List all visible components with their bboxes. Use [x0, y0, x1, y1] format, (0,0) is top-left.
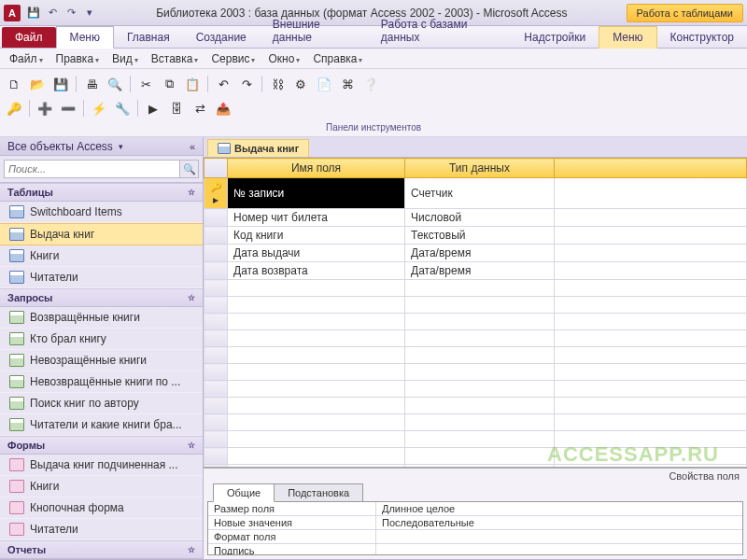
field-row-empty[interactable] [204, 314, 747, 330]
form-icon [9, 501, 24, 514]
props-tab-general[interactable]: Общие [213, 483, 275, 502]
field-row[interactable]: 🔑▸№ записиСчетчик [204, 178, 747, 209]
relations-icon[interactable]: ⛓ [267, 74, 288, 94]
cut-icon[interactable]: ✂ [135, 74, 156, 94]
db-icon[interactable]: 🗄 [166, 98, 187, 119]
nav-item[interactable]: Читатели [0, 267, 203, 288]
field-row[interactable]: Код книгиТекстовый [204, 227, 747, 245]
property-row[interactable]: Размер поляДлинное целое [208, 502, 742, 516]
field-row-empty[interactable] [204, 414, 747, 431]
menu-edit[interactable]: Правка▾ [50, 50, 106, 67]
menu-file[interactable]: Файл▾ [4, 50, 49, 67]
tab-dbtools[interactable]: Работа с базами данных [368, 14, 511, 48]
nav-group-header[interactable]: Отчеты☆ [0, 540, 203, 559]
property-row[interactable]: Новые значенияПоследовательные [208, 516, 742, 530]
field-row-empty[interactable] [204, 381, 747, 398]
undo-icon[interactable]: ↶ [213, 74, 233, 94]
nav-item[interactable]: Switchboard Items [0, 202, 203, 223]
nav-item[interactable]: Читатели [0, 519, 203, 540]
query-icon [9, 397, 24, 410]
nav-item[interactable]: Книги [0, 476, 203, 497]
field-row-empty[interactable] [204, 448, 747, 465]
nav-item[interactable]: Возвращённые книги [0, 307, 203, 329]
field-row-empty[interactable] [204, 364, 747, 381]
tab-ctx-menu[interactable]: Меню [599, 26, 656, 49]
nav-group-header[interactable]: Таблицы☆ [0, 183, 203, 202]
property-row[interactable]: Формат поля [208, 530, 742, 544]
analyze-icon[interactable]: ⚙ [290, 74, 311, 94]
print-icon[interactable]: 🖶 [81, 74, 102, 94]
row-insert-icon[interactable]: ➕ [35, 98, 55, 119]
undo-icon[interactable]: ↶ [45, 6, 60, 21]
field-properties: Свойства поля Общие Подстановка Размер п… [204, 468, 747, 559]
menu-help[interactable]: Справка▾ [307, 50, 368, 67]
nav-item[interactable]: Выдача книг подчиненная ... [0, 455, 203, 476]
chevron-down-icon[interactable]: ▾ [119, 142, 123, 151]
field-row-empty[interactable] [204, 398, 747, 414]
tab-file[interactable]: Файл [2, 27, 56, 48]
nav-item[interactable]: Читатели и какие книги бра... [0, 414, 203, 436]
nav-group-header[interactable]: Формы☆ [0, 436, 203, 455]
builder-icon[interactable]: 🔧 [112, 98, 133, 119]
tab-menu[interactable]: Меню [56, 26, 114, 49]
field-row-empty[interactable] [204, 330, 747, 347]
props-tab-lookup[interactable]: Подстановка [274, 483, 363, 502]
nav-item[interactable]: Кто брал книгу [0, 329, 203, 350]
code-icon[interactable]: ⌘ [337, 74, 358, 94]
menu-insert[interactable]: Вставка▾ [146, 50, 204, 67]
props-title: Свойства поля [204, 469, 747, 483]
save-icon[interactable]: 💾 [26, 6, 41, 21]
menu-window[interactable]: Окно▾ [262, 50, 305, 67]
qat-more-icon[interactable]: ▾ [82, 6, 97, 21]
field-row[interactable]: Номер чит билетаЧисловой [204, 209, 747, 227]
save-icon[interactable]: 💾 [50, 74, 71, 94]
preview-icon[interactable]: 🔍 [105, 74, 125, 94]
field-row[interactable]: Дата возвратаДата/время [204, 262, 747, 280]
menu-tools[interactable]: Сервис▾ [205, 50, 261, 67]
redo-icon[interactable]: ↷ [63, 6, 78, 21]
row-delete-icon[interactable]: ➖ [58, 98, 78, 119]
open-icon[interactable]: 📂 [27, 74, 48, 94]
field-grid[interactable]: Имя поля Тип данных 🔑▸№ записиСчетчикНом… [204, 158, 747, 468]
new-icon[interactable]: 🗋 [4, 74, 24, 94]
nav-item[interactable]: Кнопочная форма [0, 497, 203, 519]
nav-header[interactable]: Все объекты Access ▾ « [0, 137, 203, 156]
tab-create[interactable]: Создание [183, 27, 260, 48]
field-row-empty[interactable] [204, 347, 747, 364]
export-icon[interactable]: 📤 [213, 98, 233, 119]
collapse-icon[interactable]: « [190, 141, 195, 152]
field-row-empty[interactable] [204, 431, 747, 448]
table-icon [218, 143, 231, 154]
indexes-icon[interactable]: ⚡ [89, 98, 109, 119]
tab-addins[interactable]: Надстройки [511, 27, 599, 48]
search-input[interactable] [4, 160, 180, 178]
nav-item[interactable]: Книги [0, 245, 203, 267]
copy-icon[interactable]: ⧉ [159, 74, 179, 94]
menu-view[interactable]: Вид▾ [106, 50, 144, 67]
key-icon[interactable]: 🔑 [4, 98, 24, 119]
nav-group-header[interactable]: Запросы☆ [0, 288, 203, 307]
nav-item[interactable]: Поиск книг по автору [0, 393, 203, 414]
query-icon [9, 375, 24, 388]
nav-item[interactable]: Выдача книг [0, 223, 203, 245]
col-fieldname[interactable]: Имя поля [228, 159, 405, 178]
primary-key-icon: 🔑 [210, 182, 221, 192]
macro-icon[interactable]: ▶ [143, 98, 163, 119]
search-icon[interactable]: 🔍 [180, 160, 199, 178]
document-tab[interactable]: Выдача книг [207, 139, 309, 157]
tab-design[interactable]: Конструктор [657, 27, 747, 48]
nav-item[interactable]: Невозвращённые книги по ... [0, 371, 203, 393]
tab-home[interactable]: Главная [114, 27, 183, 48]
switch-icon[interactable]: ⇄ [190, 98, 210, 119]
redo-icon[interactable]: ↷ [236, 74, 257, 94]
help-icon[interactable]: ❔ [360, 74, 381, 94]
nav-item[interactable]: Невозращённые книги [0, 350, 203, 371]
properties-icon[interactable]: 📄 [314, 74, 334, 94]
tab-external[interactable]: Внешние данные [260, 14, 368, 48]
field-row-empty[interactable] [204, 297, 747, 314]
property-row[interactable]: Подпись [208, 544, 742, 555]
field-row-empty[interactable] [204, 280, 747, 297]
field-row[interactable]: Дата выдачиДата/время [204, 245, 747, 262]
paste-icon[interactable]: 📋 [182, 74, 203, 94]
col-datatype[interactable]: Тип данных [405, 159, 555, 178]
